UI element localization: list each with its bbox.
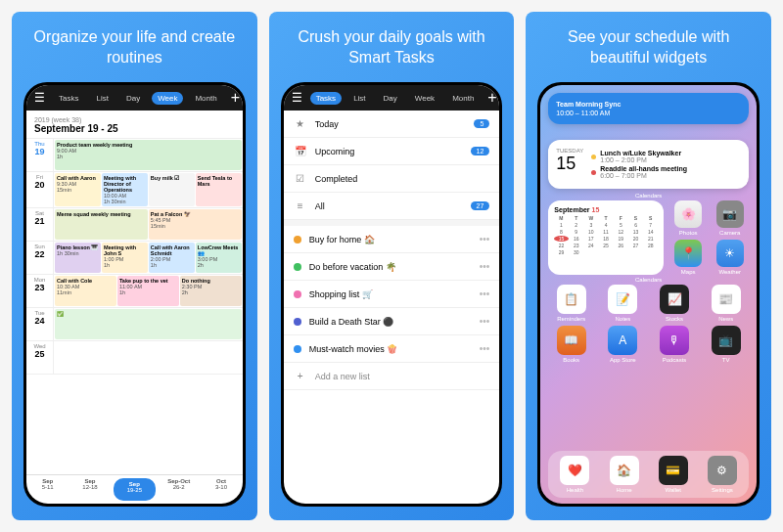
app-stocks[interactable]: 📈Stocks bbox=[652, 285, 698, 322]
task-list-item[interactable]: Shopping list 🛒••• bbox=[284, 281, 500, 308]
app-topbar: ☰ Tasks List Day Week Month + bbox=[26, 85, 243, 111]
tab-day[interactable]: Day bbox=[120, 92, 146, 105]
app-podcasts[interactable]: 🎙Podcasts bbox=[652, 326, 698, 363]
event[interactable]: Call with Cole10:30 AM11min bbox=[55, 276, 116, 306]
day-row: Mon23Call with Cole10:30 AM11minTake pup… bbox=[26, 275, 243, 308]
week-nav-item[interactable]: Sep19-25 bbox=[114, 478, 156, 501]
app-weather[interactable]: ☀Weather bbox=[711, 240, 749, 275]
tab-day[interactable]: Day bbox=[378, 92, 403, 105]
day-label[interactable]: Fri20 bbox=[26, 172, 54, 207]
event[interactable]: Take pup to the vet11:00 AM1h bbox=[117, 276, 179, 306]
tab-week[interactable]: Week bbox=[409, 92, 440, 105]
app-photos[interactable]: 🌸Photos bbox=[669, 200, 708, 236]
day-label[interactable]: Mon23 bbox=[26, 275, 54, 307]
week-header: 2019 (week 38) September 19 - 25 bbox=[26, 111, 243, 139]
headline-2: Crush your daily goals with Smart Tasks bbox=[281, 27, 503, 68]
day-label[interactable]: Sat21 bbox=[26, 208, 54, 241]
app-camera[interactable]: 📷Camera bbox=[711, 200, 749, 236]
app-notes[interactable]: 📝Notes bbox=[600, 285, 646, 322]
task-list-item[interactable]: Buy for home 🏠••• bbox=[284, 226, 500, 253]
photos-icon: 🌸 bbox=[674, 200, 702, 228]
day-label[interactable]: Thu19 bbox=[26, 139, 54, 171]
app-home[interactable]: 🏠Home bbox=[603, 456, 646, 493]
panel-organize: Organize your life and create routines ☰… bbox=[12, 12, 257, 520]
menu-icon[interactable]: ☰ bbox=[34, 92, 45, 104]
week-nav-item[interactable]: Sep5-11 bbox=[26, 475, 69, 504]
event-dot bbox=[591, 170, 596, 175]
task-group[interactable]: ★Today5 bbox=[284, 111, 500, 138]
app-health[interactable]: ❤️Health bbox=[553, 456, 596, 493]
calendar-widget[interactable]: September 15 MTWTFSS12345678910111213141… bbox=[548, 200, 664, 275]
event[interactable]: Product team weekly meeting9:00 AM1h bbox=[55, 140, 242, 170]
day-row: Thu19Product team weekly meeting9:00 AM1… bbox=[26, 139, 243, 172]
tab-list[interactable]: List bbox=[347, 92, 371, 105]
app-wallet[interactable]: 💳Wallet bbox=[652, 456, 695, 493]
event[interactable]: Send Tesla to Mars bbox=[196, 173, 242, 206]
widget-items: Lunch w/Luke Skywalker1:00 – 2:00 PMRead… bbox=[591, 148, 741, 181]
widget-event: Lunch w/Luke Skywalker1:00 – 2:00 PM bbox=[591, 150, 741, 163]
group-icon: 📅 bbox=[294, 146, 307, 156]
event[interactable]: Do nothing2:30 PM2h bbox=[180, 276, 242, 306]
menu-icon[interactable]: ☰ bbox=[292, 92, 302, 104]
week-nav-item[interactable]: Sep12-18 bbox=[69, 475, 111, 504]
event[interactable]: Meme squad weekly meeting bbox=[55, 209, 148, 240]
app-news[interactable]: 📰News bbox=[703, 285, 749, 322]
more-icon[interactable]: ••• bbox=[480, 261, 490, 272]
add-icon[interactable]: + bbox=[231, 89, 240, 107]
day-label[interactable]: Sun22 bbox=[26, 242, 54, 274]
tab-tasks[interactable]: Tasks bbox=[53, 92, 84, 105]
event[interactable]: Meeting with Director of Operations10:00… bbox=[102, 173, 148, 206]
week-nav-item[interactable]: Sep-Oct26-2 bbox=[158, 475, 200, 504]
task-list-item[interactable]: Build a Death Star ⚫••• bbox=[284, 308, 500, 335]
more-icon[interactable]: ••• bbox=[480, 316, 490, 327]
count-badge: 12 bbox=[471, 147, 490, 155]
app-settings[interactable]: ⚙Settings bbox=[701, 456, 744, 493]
tab-list[interactable]: List bbox=[90, 92, 114, 105]
plus-icon: + bbox=[294, 371, 307, 381]
app-tv[interactable]: 📺TV bbox=[703, 326, 749, 363]
event[interactable]: Meeting with John S1:00 PM1h bbox=[102, 243, 148, 273]
event[interactable]: Call with Aaron9:30 AM15min bbox=[55, 173, 101, 206]
event[interactable]: Buy milk ☑ bbox=[149, 173, 195, 206]
add-icon[interactable]: + bbox=[487, 89, 496, 107]
task-list-item[interactable]: Do before vacation 🌴••• bbox=[284, 253, 500, 281]
more-icon[interactable]: ••• bbox=[480, 288, 490, 299]
task-group[interactable]: ≡All27 bbox=[284, 193, 500, 220]
more-icon[interactable]: ••• bbox=[480, 343, 490, 354]
app-books[interactable]: 📖Books bbox=[548, 326, 594, 363]
view-tabs: Tasks List Day Week Month bbox=[310, 92, 481, 105]
tab-tasks[interactable]: Tasks bbox=[310, 92, 342, 105]
event[interactable]: LowCrew Meets 👥3:00 PM2h bbox=[196, 243, 242, 273]
task-group[interactable]: ☑Completed bbox=[284, 165, 500, 193]
dock: ❤️Health🏠Home💳Wallet⚙Settings bbox=[548, 451, 749, 498]
tab-month[interactable]: Month bbox=[189, 92, 222, 105]
group-icon: ≡ bbox=[294, 200, 307, 211]
event[interactable]: ✅ bbox=[55, 309, 242, 339]
notes-icon: 📝 bbox=[608, 285, 637, 314]
widget-today[interactable]: TUESDAY 15 Lunch w/Luke Skywalker1:00 – … bbox=[548, 140, 749, 189]
week-nav-item[interactable]: Oct3-10 bbox=[200, 475, 242, 504]
task-list-item[interactable]: Must-watch movies 🍿••• bbox=[284, 335, 500, 363]
day-label[interactable]: Tue24 bbox=[26, 308, 54, 340]
app-reminders[interactable]: 📋Reminders bbox=[548, 285, 594, 322]
app-maps[interactable]: 📍Maps bbox=[669, 240, 708, 275]
event[interactable]: Call with Aaron Schmidt2:00 PM1h bbox=[149, 243, 195, 273]
camera-icon: 📷 bbox=[716, 200, 744, 228]
stocks-icon: 📈 bbox=[660, 285, 689, 314]
add-list-button[interactable]: +Add a new list bbox=[284, 363, 500, 390]
more-icon[interactable]: ••• bbox=[480, 234, 490, 244]
widget-team-sync[interactable]: Team Morning Sync 10:00 – 11:00 AM bbox=[548, 93, 749, 124]
event[interactable]: Pat a Falcon 🦅5:45 PM15min bbox=[149, 209, 242, 240]
day-row: Sat21Meme squad weekly meetingPat a Falc… bbox=[26, 208, 243, 242]
task-group[interactable]: 📅Upcoming12 bbox=[284, 138, 500, 165]
event[interactable]: Piano lesson 🎹1h 30min bbox=[55, 243, 101, 273]
tab-month[interactable]: Month bbox=[446, 92, 480, 105]
day-label[interactable]: Wed25 bbox=[26, 341, 54, 374]
app-app store[interactable]: AApp Store bbox=[600, 326, 646, 363]
count-badge: 27 bbox=[471, 201, 490, 210]
books-icon: 📖 bbox=[557, 326, 586, 355]
list-color-dot bbox=[294, 236, 301, 244]
home-icon: 🏠 bbox=[610, 456, 639, 485]
home-screen: Team Morning Sync 10:00 – 11:00 AM TUESD… bbox=[540, 85, 757, 504]
tab-week[interactable]: Week bbox=[152, 92, 183, 105]
